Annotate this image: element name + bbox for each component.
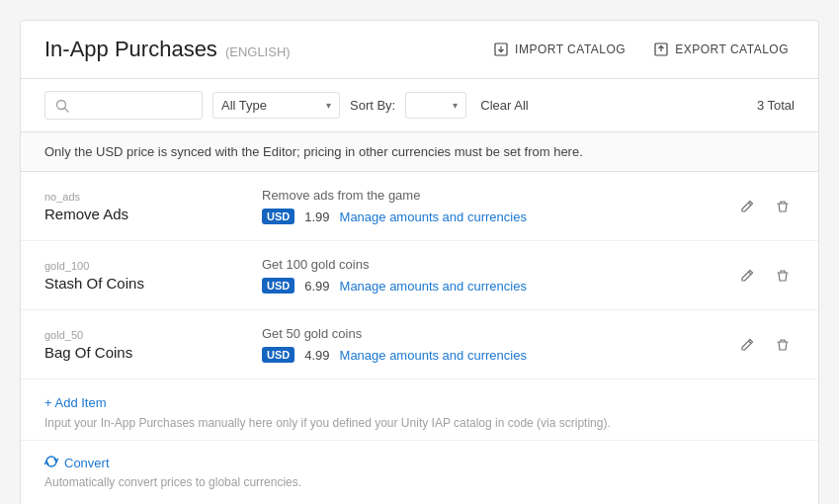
add-item-section: + Add Item Input your In-App Purchases m… — [21, 379, 818, 440]
item-id-2: gold_50 — [44, 329, 262, 341]
edit-button-1[interactable] — [735, 264, 759, 288]
item-left-0: no_ads Remove Ads — [44, 191, 262, 222]
svg-line-8 — [749, 341, 752, 344]
page-subtitle: (ENGLISH) — [225, 44, 291, 59]
delete-button-2[interactable] — [771, 333, 795, 357]
item-left-1: gold_100 Stash Of Coins — [44, 260, 262, 292]
header-left: In-App Purchases (ENGLISH) — [44, 37, 291, 62]
manage-link-0[interactable]: Manage amounts and currencies — [340, 210, 527, 224]
search-input[interactable] — [75, 98, 192, 113]
type-filter-dropdown[interactable]: All Type Consumable Non-Consumable Subsc… — [212, 92, 340, 119]
item-name-2: Bag Of Coins — [44, 344, 262, 361]
toolbar: All Type Consumable Non-Consumable Subsc… — [21, 79, 818, 132]
item-description-1: Get 100 gold coins — [262, 257, 735, 272]
type-filter-select[interactable]: All Type Consumable Non-Consumable Subsc… — [221, 98, 322, 113]
item-id-0: no_ads — [44, 191, 262, 203]
table-row: gold_50 Bag Of Coins Get 50 gold coins U… — [21, 310, 818, 379]
item-left-2: gold_50 Bag Of Coins — [44, 329, 262, 361]
trash-icon — [775, 199, 791, 214]
info-text: Only the USD price is synced with the Ed… — [44, 144, 583, 159]
item-actions-2 — [735, 333, 795, 357]
svg-line-6 — [749, 203, 752, 206]
svg-line-7 — [749, 272, 752, 275]
sort-select[interactable]: Name Price — [414, 98, 449, 113]
item-name-0: Remove Ads — [44, 206, 262, 222]
info-bar: Only the USD price is synced with the Ed… — [21, 132, 818, 172]
usd-badge-2: USD — [262, 347, 294, 363]
item-price-0: 1.99 — [304, 210, 329, 224]
trash-icon — [775, 337, 791, 353]
delete-button-0[interactable] — [771, 195, 795, 218]
search-icon — [55, 99, 69, 113]
item-price-row-0: USD 1.99 Manage amounts and currencies — [262, 209, 735, 224]
import-catalog-button[interactable]: IMPORT CATALOG — [487, 38, 631, 61]
search-box — [44, 91, 203, 120]
item-middle-2: Get 50 gold coins USD 4.99 Manage amount… — [262, 326, 735, 363]
import-catalog-label: IMPORT CATALOG — [515, 42, 626, 56]
add-item-hint: Input your In-App Purchases manually her… — [44, 416, 795, 430]
item-name-1: Stash Of Coins — [44, 275, 262, 292]
page-header: In-App Purchases (ENGLISH) IMPORT CATALO… — [21, 21, 818, 79]
manage-link-2[interactable]: Manage amounts and currencies — [340, 348, 527, 363]
item-price-2: 4.99 — [304, 348, 329, 363]
item-price-1: 6.99 — [304, 279, 329, 294]
edit-icon — [739, 337, 755, 353]
svg-line-5 — [65, 108, 69, 112]
item-price-row-2: USD 4.99 Manage amounts and currencies — [262, 347, 735, 363]
item-price-row-1: USD 6.99 Manage amounts and currencies — [262, 278, 735, 294]
total-count: 3 Total — [757, 98, 795, 113]
header-actions: IMPORT CATALOG EXPORT CATALOG — [487, 38, 795, 61]
usd-badge-1: USD — [262, 278, 294, 294]
convert-section: Convert Automatically convert prices to … — [21, 440, 818, 503]
edit-button-0[interactable] — [735, 195, 759, 218]
item-id-1: gold_100 — [44, 260, 262, 272]
export-catalog-label: EXPORT CATALOG — [675, 42, 789, 56]
convert-icon — [44, 455, 58, 471]
add-item-button[interactable]: + Add Item — [44, 395, 107, 410]
items-list: no_ads Remove Ads Remove ads from the ga… — [21, 172, 818, 379]
edit-icon — [739, 199, 755, 214]
sort-arrow-icon: ▾ — [453, 100, 458, 111]
sort-dropdown[interactable]: Name Price ▾ — [405, 92, 466, 119]
convert-label: Convert — [64, 456, 110, 470]
item-middle-0: Remove ads from the game USD 1.99 Manage… — [262, 188, 735, 224]
import-icon — [493, 42, 509, 57]
type-filter-arrow-icon: ▾ — [326, 100, 331, 111]
trash-icon — [775, 268, 791, 284]
item-middle-1: Get 100 gold coins USD 6.99 Manage amoun… — [262, 257, 735, 294]
item-description-0: Remove ads from the game — [262, 188, 735, 203]
table-row: gold_100 Stash Of Coins Get 100 gold coi… — [21, 241, 818, 310]
usd-badge-0: USD — [262, 209, 294, 224]
export-catalog-button[interactable]: EXPORT CATALOG — [647, 38, 795, 61]
edit-button-2[interactable] — [735, 333, 759, 357]
manage-link-1[interactable]: Manage amounts and currencies — [340, 279, 527, 294]
convert-hint: Automatically convert prices to global c… — [44, 475, 795, 489]
item-actions-1 — [735, 264, 795, 288]
item-actions-0 — [735, 195, 795, 218]
clear-all-button[interactable]: Clear All — [476, 94, 532, 117]
export-icon — [653, 42, 669, 57]
convert-button[interactable]: Convert — [44, 455, 110, 471]
delete-button-1[interactable] — [771, 264, 795, 288]
page-title: In-App Purchases — [44, 37, 217, 62]
table-row: no_ads Remove Ads Remove ads from the ga… — [21, 172, 818, 241]
edit-icon — [739, 268, 755, 284]
item-description-2: Get 50 gold coins — [262, 326, 735, 341]
sort-label: Sort By: — [350, 98, 395, 113]
